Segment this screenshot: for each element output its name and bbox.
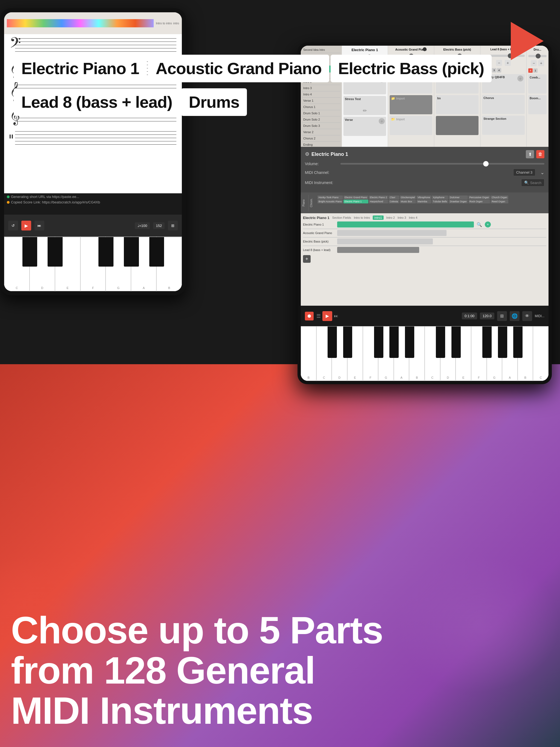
midi-instrument-search[interactable]: 🔍 Search (521, 179, 544, 186)
piano-key-b[interactable]: B (156, 236, 182, 291)
left-transport-skip-btn[interactable]: ⏭ (34, 221, 44, 231)
hamburger-icon[interactable]: ☰ (316, 313, 321, 319)
track-bar-ep1[interactable] (337, 222, 474, 228)
sidebar-row-verse2[interactable]: Verse 2 (302, 129, 340, 135)
piano-key-e[interactable]: E (55, 236, 80, 291)
midi-inst-dulcimer[interactable]: Dulcimer (449, 196, 468, 199)
piano-black-key-cs[interactable] (22, 237, 37, 266)
rp-black-cs2[interactable] (436, 327, 445, 358)
left-tablet-inner: Intro to intro intro 𝄢 (4, 12, 182, 291)
midi-inst-electric-grand[interactable]: Electric Grand Piano (343, 196, 368, 199)
right-piano-keyboard[interactable]: B C D E F G (301, 326, 549, 381)
intro2-label[interactable]: Intro 2 (386, 216, 395, 219)
intro3-label[interactable]: Intro 3 (398, 216, 406, 219)
piano-black-key-gs[interactable] (124, 237, 139, 266)
rp-black-fs2[interactable] (482, 327, 492, 358)
midi-inst-reed-organ[interactable]: Reed Organ (490, 200, 508, 203)
song-header-row: Electric Piano 1 Section Fields Intro to… (303, 215, 546, 220)
right-eye-btn[interactable]: 👁 (522, 311, 532, 321)
staff-line (15, 51, 176, 52)
rp-key-e2[interactable]: E (456, 326, 471, 381)
left-grid-btn[interactable]: ⊞ (168, 221, 178, 231)
right-tempo-display: 120.0 (480, 312, 494, 319)
status-dot-green (7, 196, 9, 198)
rp-black-ds2[interactable] (452, 327, 461, 358)
right-play-btn[interactable]: ▶ (322, 311, 332, 321)
midi-inst-vibraphone[interactable]: Vibraphone (416, 196, 431, 199)
rp-black-ds[interactable] (343, 327, 353, 358)
midi-inst-drawbar[interactable]: Drawbar Organ (449, 200, 468, 203)
rp-black-cs[interactable] (328, 327, 337, 358)
track-separator-1 (303, 229, 546, 229)
midi-inst-col-8: Dulcimer Drawbar Organ (449, 196, 468, 210)
midi-browser[interactable]: Piano Chrom. Honky-Tonk Piano Bright Aco… (301, 192, 549, 213)
midi-inst-glockenspiel[interactable]: Glockenspiel (400, 196, 416, 199)
midi-inst-music-box[interactable]: Music Box (400, 200, 416, 203)
volume-slider[interactable] (340, 163, 544, 164)
bottom-headline-line3: MIDI Instruments (11, 690, 549, 730)
track-add-btn[interactable]: + (485, 222, 491, 228)
tablet-notch (423, 47, 427, 51)
midi-cat-chrom[interactable]: Chrom. (308, 195, 316, 211)
channel-chevron-down-icon[interactable]: ⌄ (540, 170, 544, 176)
settings-delete-btn[interactable]: 🗑 (536, 150, 544, 158)
track-label-ag: Acoustic Grand Piano (303, 231, 336, 235)
track-bar-lead8[interactable] (337, 247, 419, 253)
volume-slider-thumb[interactable] (483, 161, 489, 166)
midi-channel-dropdown[interactable]: Channel 3 (513, 169, 535, 176)
track-label-eb: Electric Bass (pick) (303, 240, 336, 243)
midi-inst-bright[interactable]: Bright Acoustic Piano (317, 200, 343, 203)
right-globe-btn[interactable]: 🌐 (510, 311, 519, 321)
settings-export-btn[interactable]: ⬆ (526, 150, 534, 158)
midi-label-right: MIDI... (535, 314, 544, 318)
piano-black-key-ds[interactable] (48, 237, 62, 266)
sidebar-row-chorus2[interactable]: Chorus 2 (302, 135, 340, 141)
rp-black-gs[interactable] (389, 327, 399, 358)
rp-key-b2[interactable]: B (409, 326, 425, 381)
midi-inst-harpsichord[interactable]: Harpsichord (369, 200, 388, 203)
midi-inst-col-2: Electric Grand Piano Electric Piano 1 (343, 196, 368, 210)
staff-line (15, 42, 176, 42)
rp-key-b[interactable]: B (301, 326, 316, 381)
right-skip-icon[interactable]: ⏭ (334, 314, 338, 318)
track-bar-ag[interactable] (337, 230, 447, 236)
midi-inst-xylophone[interactable]: Xylophone (432, 196, 448, 199)
piano-black-key-as[interactable] (149, 237, 164, 266)
rp-black-as2[interactable] (513, 327, 523, 358)
right-grid-btn[interactable]: ⊞ (497, 311, 507, 321)
left-transport-play-btn[interactable]: ▶ (21, 221, 31, 231)
midi-inst-perc-organ[interactable]: Percussive Organ (468, 196, 490, 199)
instrument-label-electric-bass: Electric Bass (pick) (331, 55, 492, 82)
add-track-btn[interactable]: + (303, 255, 311, 263)
midi-inst-marimba[interactable]: Marimba (416, 200, 431, 203)
rp-key-b3[interactable]: B (518, 326, 533, 381)
intro4-label[interactable]: Intro 4 (409, 216, 417, 219)
sidebar-row-second-idea-intro[interactable]: Second Idea Intro (302, 47, 340, 53)
midi-inst-celesta[interactable]: Celesta (388, 200, 399, 203)
mixer-col-header-eb: Electric Bass (pick) (436, 48, 479, 51)
midi-inst-tubular-bells[interactable]: Tubular Bells (432, 200, 448, 203)
left-piano-keyboard[interactable]: C D E F G A (4, 236, 182, 291)
left-transport-loop-btn[interactable]: ↺ (8, 221, 18, 231)
midi-inst-clavi[interactable]: Clavi (388, 196, 399, 199)
left-time-display: 152 (153, 222, 164, 229)
piano-black-key-fs[interactable] (98, 237, 113, 266)
midi-inst-electric-piano-2[interactable]: Electric Piano 2 (369, 196, 388, 199)
midi-inst-church-organ[interactable]: Church Organ (490, 196, 508, 199)
sidebar-row-drum-solo3[interactable]: Drum Solo 3 (302, 123, 340, 129)
midi-inst-rock-organ[interactable]: Rock Organ (468, 200, 490, 203)
track-bar-eb[interactable] (337, 238, 433, 244)
midi-inst-electric-piano-1[interactable]: Electric Piano 1 (343, 200, 368, 203)
midi-browser-row: Piano Chrom. Honky-Tonk Piano Bright Aco… (301, 195, 549, 211)
rp-key-c3[interactable]: C (533, 326, 549, 381)
rp-black-as[interactable] (405, 327, 414, 358)
instrument-label-text-5: Drums (189, 93, 239, 111)
track-separator-2 (303, 237, 546, 238)
rp-black-gs2[interactable] (498, 327, 507, 358)
track-zoom-icon[interactable]: 🔍 (477, 222, 482, 227)
rp-key-e[interactable]: E (347, 326, 363, 381)
midi-cat-piano[interactable]: Piano (301, 195, 308, 211)
midi-inst-honky-tonk[interactable]: Honky-Tonk Piano (317, 196, 343, 199)
intro-badge[interactable]: intro1 (373, 215, 384, 220)
rp-black-fs[interactable] (374, 327, 383, 358)
